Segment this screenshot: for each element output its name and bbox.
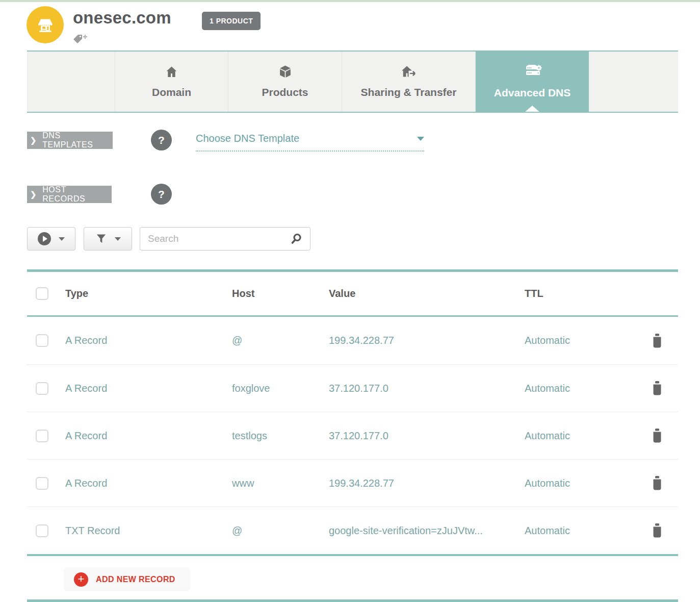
page-title: onesec.com (73, 8, 171, 28)
delete-record-icon[interactable] (650, 428, 664, 443)
dns-template-select-value: Choose DNS Template (196, 133, 299, 144)
column-header-type: Type (65, 288, 232, 299)
record-ttl: Automatic (525, 335, 650, 346)
tab-label: Domain (152, 86, 191, 98)
section-title: DNS TEMPLATES (42, 131, 102, 149)
table-row[interactable]: TXT Record @ google-site-verification=zJ… (27, 507, 678, 554)
record-ttl: Automatic (525, 525, 650, 537)
add-new-record-label: ADD NEW RECORD (96, 575, 175, 584)
tab-label: Sharing & Transfer (361, 86, 457, 98)
record-type: TXT Record (65, 525, 232, 537)
record-host: testlogs (232, 430, 329, 442)
ribbon-chevron-icon: ❯ (30, 190, 37, 199)
domain-avatar (27, 6, 64, 43)
record-host: @ (232, 525, 329, 537)
add-tag-icon (72, 34, 89, 47)
table-row[interactable]: A Record foxglove 37.120.177.0 Automatic (27, 364, 678, 412)
row-checkbox[interactable] (36, 382, 48, 395)
tab-advanced-dns[interactable]: Advanced DNS (476, 52, 589, 112)
record-host: foxglove (232, 383, 329, 394)
search-input[interactable] (148, 233, 290, 244)
table-row[interactable]: A Record www 199.34.228.77 Automatic (27, 459, 678, 507)
home-icon (165, 65, 178, 79)
tab-bar: Domain Products Sharing & Transfer (27, 51, 678, 113)
record-value: 199.34.228.77 (329, 478, 525, 489)
record-value: 199.34.228.77 (329, 335, 525, 346)
record-type: A Record (65, 430, 232, 442)
tab-label: Products (262, 86, 308, 98)
record-host: @ (232, 335, 329, 346)
delete-record-icon[interactable] (650, 381, 664, 396)
dns-templates-section-label: ❯ DNS TEMPLATES (27, 132, 113, 149)
table-bottom-border (27, 554, 678, 556)
question-icon: ? (158, 188, 165, 200)
record-value: 37.120.177.0 (329, 430, 525, 442)
host-records-section-label: ❯ HOST RECORDS (27, 186, 112, 203)
record-host: www (232, 478, 329, 489)
tab-products[interactable]: Products (228, 52, 342, 112)
record-value: 37.120.177.0 (329, 383, 525, 394)
record-type: A Record (65, 383, 232, 394)
add-tag-button[interactable] (72, 34, 89, 47)
bulk-actions-dropdown[interactable] (27, 227, 75, 250)
section-title: HOST RECORDS (42, 185, 101, 204)
record-value: google-site-verification=zJuJVtw... (329, 525, 525, 537)
record-type: A Record (65, 335, 232, 346)
house-transfer-icon (400, 65, 418, 79)
bottom-accent-line (27, 599, 678, 602)
record-ttl: Automatic (525, 430, 650, 442)
dns-templates-help-button[interactable]: ? (151, 130, 172, 150)
delete-record-icon[interactable] (650, 475, 664, 491)
table-row[interactable]: A Record @ 199.34.228.77 Automatic (27, 317, 678, 364)
chevron-down-icon (417, 137, 424, 141)
row-checkbox[interactable] (36, 430, 48, 442)
question-icon: ? (158, 134, 165, 146)
column-header-ttl: TTL (525, 288, 650, 299)
search-box (140, 227, 310, 250)
product-count-badge: 1 PRODUCT (202, 12, 261, 30)
tab-filler (589, 52, 678, 112)
row-checkbox[interactable] (36, 334, 48, 347)
tab-label: Advanced DNS (494, 87, 571, 99)
search-icon[interactable] (290, 233, 302, 245)
top-accent-strip (0, 0, 700, 2)
add-new-record-button[interactable]: + ADD NEW RECORD (64, 567, 190, 591)
host-records-table: Type Host Value TTL A Record @ 199.34.22… (27, 269, 678, 556)
delete-record-icon[interactable] (650, 523, 664, 538)
column-header-value: Value (329, 288, 525, 299)
storefront-icon (34, 13, 57, 37)
play-icon (38, 232, 51, 245)
record-type: A Record (65, 478, 232, 489)
row-checkbox[interactable] (36, 524, 48, 537)
delete-record-icon[interactable] (650, 333, 664, 348)
record-ttl: Automatic (525, 383, 650, 394)
tab-sharing-transfer[interactable]: Sharing & Transfer (342, 52, 476, 112)
record-ttl: Automatic (525, 478, 650, 489)
box-icon (278, 65, 292, 79)
tab-spacer (27, 52, 115, 112)
ribbon-chevron-icon: ❯ (30, 136, 37, 145)
column-header-host: Host (232, 288, 329, 299)
dns-server-gear-icon (522, 64, 542, 79)
tab-domain[interactable]: Domain (115, 52, 228, 112)
host-records-help-button[interactable]: ? (151, 184, 172, 205)
page: onesec.com 1 PRODUCT Domain Products (0, 0, 700, 602)
filter-dropdown[interactable] (84, 227, 132, 250)
active-tab-notch (525, 106, 539, 112)
select-all-checkbox[interactable] (36, 287, 48, 300)
plus-icon: + (74, 572, 88, 587)
dns-template-select[interactable]: Choose DNS Template (196, 133, 424, 152)
filter-funnel-icon (95, 233, 107, 245)
table-row[interactable]: A Record testlogs 37.120.177.0 Automatic (27, 412, 678, 459)
row-checkbox[interactable] (36, 477, 48, 490)
chevron-down-icon (115, 237, 121, 241)
table-header-row: Type Host Value TTL (27, 272, 678, 315)
chevron-down-icon (59, 237, 65, 241)
